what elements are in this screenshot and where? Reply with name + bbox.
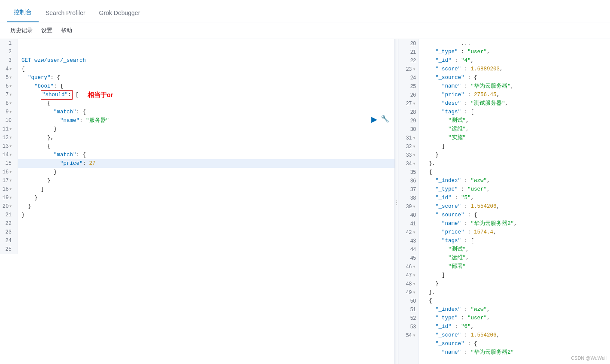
- rpunct-25: :: [461, 82, 471, 91]
- result-code-area: ... "_type" : "user" , "_id" : "4" , "_s…: [419, 39, 610, 364]
- punct-8: {: [21, 99, 51, 108]
- ln-17: 17: [0, 176, 14, 185]
- rv-tag-52: "运维": [422, 254, 466, 262]
- rln-38: 38: [398, 194, 419, 202]
- rln-22: 22: [398, 56, 419, 65]
- rk-index-6: "_index": [422, 305, 461, 314]
- code-line-10: "name" : "服务器": [18, 116, 395, 125]
- rln-47: 47: [398, 271, 419, 279]
- punct-20: }: [21, 202, 31, 211]
- rpunct-36: :: [461, 176, 471, 185]
- rln-21: 21: [398, 48, 419, 56]
- rcomma-45: ,: [466, 254, 469, 262]
- code-line-25: [18, 245, 395, 254]
- rcomma-41: ,: [514, 219, 517, 228]
- key-match-2: "match": [21, 151, 76, 159]
- ln-10: 10: [0, 116, 14, 125]
- ln-13: 13: [0, 142, 14, 151]
- rpunct-39: :: [461, 202, 471, 211]
- rk-source-4: "_source": [422, 73, 464, 82]
- key-bool: "bool": [21, 82, 54, 91]
- punct-16: }: [21, 168, 57, 176]
- rk-tags-4: "tags": [422, 108, 461, 116]
- rl-42: "price" : 1574.4 ,: [422, 228, 610, 237]
- rl-40: "_source" : {: [422, 211, 610, 219]
- code-line-18: ]: [18, 185, 395, 194]
- rpunct-48: }: [422, 279, 439, 288]
- rpunct-22: :: [452, 56, 461, 65]
- rln-52: 52: [398, 314, 419, 322]
- code-line-16: }: [18, 168, 395, 176]
- rln-50: 50: [398, 297, 419, 305]
- punct-11: }: [21, 125, 57, 133]
- sub-nav-help[interactable]: 帮助: [58, 25, 76, 36]
- rpunct-28: : [: [461, 108, 474, 116]
- punct-13: {: [21, 142, 51, 151]
- rl-22: "_id" : "4" ,: [422, 56, 610, 65]
- rv-id-6: "6": [461, 322, 471, 331]
- resize-handle[interactable]: ⋮: [395, 39, 398, 364]
- punct-6: : {: [54, 82, 64, 91]
- should-highlight: "should":: [41, 90, 73, 100]
- rcomma-38: ,: [471, 194, 474, 202]
- rcomma-29: ,: [466, 116, 469, 125]
- rv-tag-42: "运维": [422, 125, 466, 133]
- tab-search-profiler[interactable]: Search Profiler: [39, 3, 92, 22]
- rl-44: "测试" ,: [422, 245, 610, 254]
- rk-source-5: "_source": [422, 211, 464, 219]
- rl-30: "运维" ,: [422, 125, 610, 133]
- code-line-14: "match" : {: [18, 151, 395, 159]
- punct-21: }: [21, 211, 25, 219]
- rpunct-52: :: [458, 314, 468, 322]
- rln-26: 26: [398, 91, 419, 99]
- rv-type-4: "user": [467, 48, 487, 56]
- rl-34-sep: },: [422, 159, 610, 168]
- rv-index-5: "wzw": [471, 176, 487, 185]
- editor-area[interactable]: 1 2 3 4 5 6 7 8 9 10 11 12 13 14 15 16 1: [0, 39, 395, 364]
- code-line-9: "match" : {: [18, 108, 395, 116]
- tab-console[interactable]: 控制台: [7, 3, 39, 22]
- rln-31: 31: [398, 133, 419, 142]
- key-name: "name": [21, 116, 79, 125]
- rl-45: "运维" ,: [422, 254, 610, 262]
- rpunct-43: : [: [461, 237, 474, 245]
- rln-51: 51: [398, 305, 419, 314]
- ln-5: 5: [0, 73, 14, 82]
- sub-nav-settings[interactable]: 设置: [38, 25, 56, 36]
- rl-27: "desc" : "测试服务器" ,: [422, 99, 610, 108]
- rl-37: "_type" : "user" ,: [422, 185, 610, 194]
- rpunct-53: :: [452, 322, 461, 331]
- rcomma-37: ,: [487, 185, 490, 194]
- rl-49: },: [422, 288, 610, 297]
- rl-24: "_source" : {: [422, 73, 610, 82]
- ln-4: 4: [0, 65, 14, 73]
- ln-20: 20: [0, 202, 14, 211]
- rk-type-4: "_type": [422, 48, 458, 56]
- result-pane: 20 21 22 23 24 25 26 27 28 29 30 31 32 3…: [398, 39, 610, 364]
- code-lines: GET wzw/user/_search { "query" : { "bool…: [18, 39, 395, 254]
- rl-20: ...: [422, 39, 610, 48]
- rv-price-4: 2756.45: [474, 91, 497, 99]
- method-token: GET: [21, 56, 31, 65]
- code-line-22: [18, 219, 395, 228]
- rln-29: 29: [398, 116, 419, 125]
- run-icon[interactable]: ▶: [371, 115, 377, 124]
- rk-type-5: "_type": [422, 185, 458, 194]
- val-price: 27: [89, 159, 96, 168]
- rl-53: "_id" : "6" ,: [422, 322, 610, 331]
- rln-48: 48: [398, 279, 419, 288]
- rk-name-4: "name": [422, 82, 461, 91]
- punct-14: : {: [76, 151, 86, 159]
- key-should: "should": [42, 92, 68, 98]
- sub-nav-history[interactable]: 历史记录: [7, 25, 36, 36]
- editor-line-numbers: 1 2 3 4 5 6 7 8 9 10 11 12 13 14 15 16 1: [0, 39, 18, 254]
- rpunct-49: },: [422, 288, 435, 297]
- ln-3: 3: [0, 56, 14, 65]
- rl-28: "tags" : [: [422, 108, 610, 116]
- tab-grok-debugger[interactable]: Grok Debugger: [92, 3, 147, 22]
- rv-name-4: "华为云服务器": [471, 82, 511, 91]
- wrench-icon[interactable]: 🔧: [381, 115, 389, 124]
- rln-27: 27: [398, 99, 419, 108]
- code-line-23: [18, 228, 395, 237]
- rpunct-47: ]: [422, 271, 445, 279]
